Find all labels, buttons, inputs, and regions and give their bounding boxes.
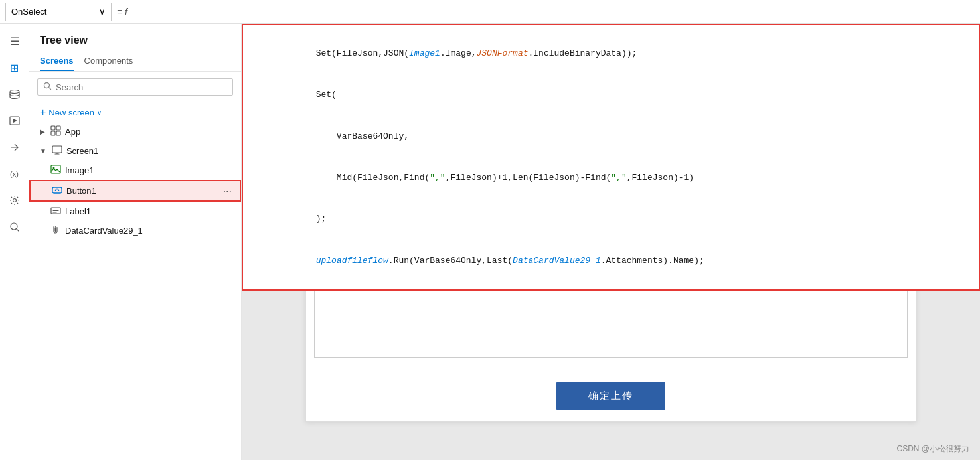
attachment-icon xyxy=(50,224,61,237)
media-icon-btn[interactable] xyxy=(3,109,27,133)
menu-icon-btn[interactable]: ☰ xyxy=(3,29,27,53)
new-screen-button[interactable]: + New screen ∨ xyxy=(29,102,241,122)
svg-marker-2 xyxy=(13,119,17,123)
tree-tabs: Screens Components xyxy=(29,52,241,72)
svg-point-4 xyxy=(11,223,17,230)
code-line-2: Set( xyxy=(254,74,968,115)
tree-item-image1[interactable]: Image1 xyxy=(29,161,241,180)
formula-select-value: OnSelect xyxy=(11,7,46,17)
code-line-1: Set(FileJson,JSON(Image1.Image,JSONForma… xyxy=(254,33,968,74)
confirm-btn-area: 确定上传 xyxy=(306,366,916,421)
tree-items: ▶ App ▼ Screen1 xyxy=(29,122,241,460)
button-icon xyxy=(52,185,62,197)
formula-equals: = f xyxy=(117,7,127,17)
content-area: Set(FileJson,JSON(Image1.Image,JSONForma… xyxy=(242,24,980,460)
svg-rect-11 xyxy=(51,165,60,173)
search-sidebar-icon-btn[interactable] xyxy=(3,215,27,239)
connectors-icon-btn[interactable] xyxy=(3,135,27,159)
formula-select[interactable]: OnSelect ∨ xyxy=(5,3,112,21)
tree-panel: Tree view Screens Components + New scree… xyxy=(29,24,242,460)
code-line-6: uploadfileflow.Run(VarBase64Only,Last(Da… xyxy=(254,240,968,281)
tree-item-datacardvalue-label: DataCardValue29_1 xyxy=(65,226,143,236)
code-popup: Set(FileJson,JSON(Image1.Image,JSONForma… xyxy=(242,24,980,291)
app-grid-icon xyxy=(50,125,61,138)
svg-rect-8 xyxy=(51,131,55,135)
chevron-down-icon: ∨ xyxy=(97,109,102,116)
svg-rect-6 xyxy=(51,126,55,130)
search-box[interactable] xyxy=(37,78,233,96)
variables-icon-btn[interactable]: (x) xyxy=(3,162,27,186)
tree-item-label1[interactable]: Label1 xyxy=(29,202,241,221)
formula-chevron-icon: ∨ xyxy=(99,7,106,17)
svg-point-0 xyxy=(10,90,19,94)
tab-components[interactable]: Components xyxy=(84,52,133,71)
svg-point-3 xyxy=(13,199,16,202)
plus-icon: + xyxy=(40,106,46,118)
tree-item-screen1-label: Screen1 xyxy=(66,146,98,156)
search-icon xyxy=(43,82,52,92)
tree-item-button1[interactable]: Button1 ··· xyxy=(29,180,241,202)
icon-sidebar: ☰ ⊞ (x) xyxy=(0,24,29,460)
button1-dots-menu[interactable]: ··· xyxy=(223,185,232,197)
tree-item-label1-label: Label1 xyxy=(65,206,91,216)
data-icon-btn[interactable] xyxy=(3,82,27,106)
tree-header: Tree view xyxy=(29,24,241,52)
screen-icon xyxy=(52,145,62,157)
expand-icon-app[interactable]: ▶ xyxy=(40,128,45,135)
svg-point-5 xyxy=(44,83,50,88)
layers-icon-btn[interactable]: ⊞ xyxy=(3,56,27,80)
code-line-5: ); xyxy=(254,199,968,240)
new-screen-label: New screen xyxy=(48,108,94,117)
svg-rect-10 xyxy=(52,146,62,153)
formula-bar: OnSelect ∨ = f xyxy=(0,0,980,24)
code-line-3: VarBase64Only, xyxy=(254,116,968,157)
tree-item-app-label: App xyxy=(65,127,80,137)
tree-item-screen1[interactable]: ▼ Screen1 xyxy=(29,141,241,161)
image-icon xyxy=(50,164,61,177)
tree-item-datacardvalue[interactable]: DataCardValue29_1 xyxy=(29,221,241,240)
code-line-4: Mid(FileJson,Find(",",FileJson)+1,Len(Fi… xyxy=(254,157,968,198)
tree-item-app[interactable]: ▶ App xyxy=(29,122,241,141)
svg-rect-9 xyxy=(56,131,60,135)
search-input[interactable] xyxy=(56,82,227,92)
tree-item-image1-label: Image1 xyxy=(65,165,94,175)
watermark: CSDN @小松很努力 xyxy=(896,443,969,455)
label-icon xyxy=(50,205,61,218)
confirm-upload-button[interactable]: 确定上传 xyxy=(556,382,665,410)
expand-icon-screen1[interactable]: ▼ xyxy=(40,147,46,155)
settings-icon-btn[interactable] xyxy=(3,189,27,212)
svg-rect-7 xyxy=(56,126,60,130)
tab-screens[interactable]: Screens xyxy=(40,52,74,71)
tree-item-button1-label: Button1 xyxy=(66,186,96,196)
